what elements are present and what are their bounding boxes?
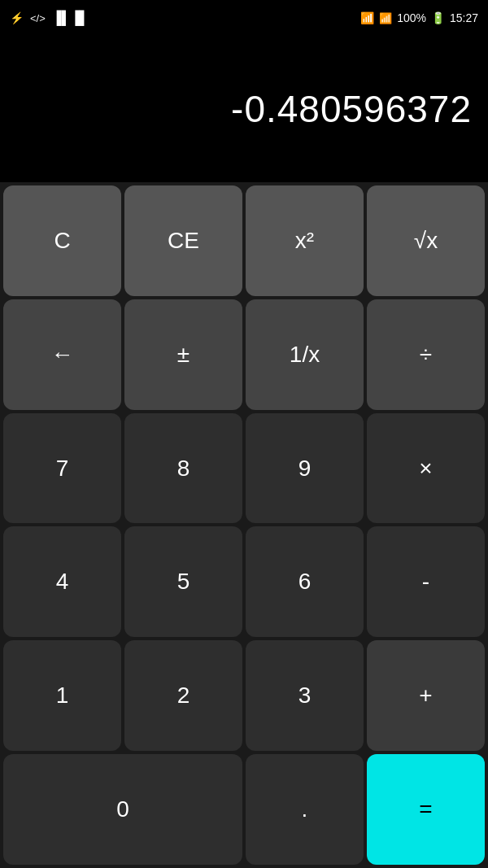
eight-button[interactable]: 8 bbox=[124, 413, 242, 524]
six-button[interactable]: 6 bbox=[246, 526, 364, 637]
battery-percent: 100% bbox=[397, 11, 426, 24]
divide-button[interactable]: ÷ bbox=[367, 299, 485, 410]
clear-button[interactable]: C bbox=[3, 185, 121, 296]
inverse-button[interactable]: 1/x bbox=[246, 299, 364, 410]
three-button[interactable]: 3 bbox=[246, 640, 364, 751]
decimal-button[interactable]: . bbox=[246, 754, 364, 865]
clock: 15:27 bbox=[450, 11, 478, 24]
four-button[interactable]: 4 bbox=[3, 526, 121, 637]
code-icon: </> bbox=[30, 12, 46, 24]
five-button[interactable]: 5 bbox=[124, 526, 242, 637]
square-button[interactable]: x² bbox=[246, 185, 364, 296]
status-bar: ⚡ </> ▐▌▐▌ 📶 📶 100% 🔋 15:27 bbox=[0, 0, 488, 36]
clear-entry-button[interactable]: CE bbox=[124, 185, 242, 296]
usb-icon: ⚡ bbox=[10, 11, 24, 24]
equals-button[interactable]: = bbox=[367, 754, 485, 865]
sim-icon: 📶 bbox=[379, 12, 392, 24]
multiply-button[interactable]: × bbox=[367, 413, 485, 524]
display-value: -0.480596372 bbox=[231, 87, 472, 131]
add-button[interactable]: + bbox=[367, 640, 485, 751]
backspace-button[interactable]: ← bbox=[3, 299, 121, 410]
one-button[interactable]: 1 bbox=[3, 640, 121, 751]
status-left-icons: ⚡ </> ▐▌▐▌ bbox=[10, 11, 89, 25]
subtract-button[interactable]: - bbox=[367, 526, 485, 637]
display-area: -0.480596372 bbox=[0, 36, 488, 182]
battery-icon: 🔋 bbox=[431, 11, 445, 24]
sqrt-button[interactable]: √x bbox=[367, 185, 485, 296]
nine-button[interactable]: 9 bbox=[246, 413, 364, 524]
two-button[interactable]: 2 bbox=[124, 640, 242, 751]
wifi-icon: 📶 bbox=[360, 11, 374, 24]
seven-button[interactable]: 7 bbox=[3, 413, 121, 524]
plus-minus-button[interactable]: ± bbox=[124, 299, 242, 410]
zero-button[interactable]: 0 bbox=[3, 754, 242, 865]
status-right-icons: 📶 📶 100% 🔋 15:27 bbox=[360, 11, 478, 24]
keypad: C CE x² √x ← ± 1/x ÷ 7 8 9 × 4 5 6 - 1 2… bbox=[0, 182, 488, 868]
barcode-icon: ▐▌▐▌ bbox=[52, 11, 89, 25]
